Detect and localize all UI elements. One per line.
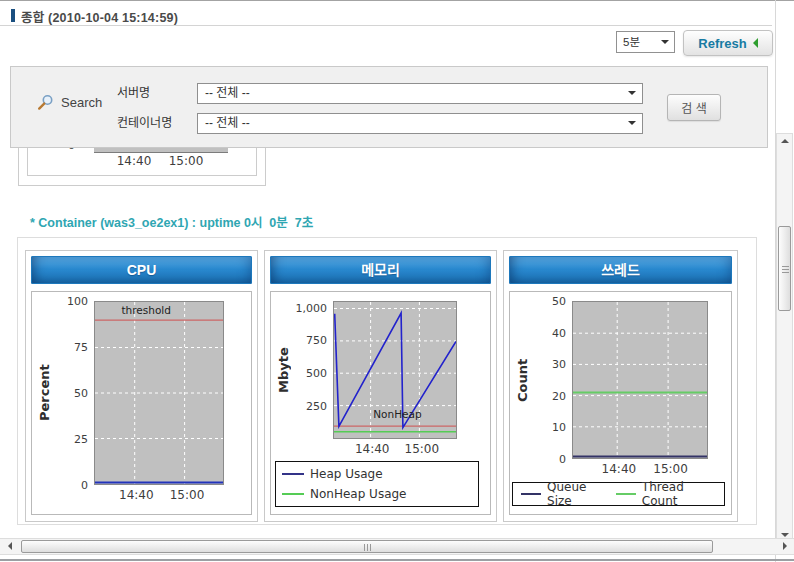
refresh-button[interactable]: Refresh	[683, 30, 773, 56]
y-tick-label: 30	[552, 358, 566, 371]
x-axis-ticks: 14:4015:00	[96, 485, 226, 503]
legend-line-swatch	[282, 493, 304, 495]
y-tick-label: 75	[74, 341, 88, 354]
memory-chart-legend: Heap UsageNonHeap Usage	[275, 461, 479, 507]
thread-plot-area	[572, 301, 708, 459]
vertical-scrollbar[interactable]	[776, 133, 793, 543]
container-uptime-text: * Container (was3_oe2ex1) : uptime 0시 0분…	[30, 212, 313, 231]
cpu-chart: Percent 1007550250 threshold 14:4015:00	[31, 291, 252, 515]
arrow-right-icon	[783, 542, 787, 550]
page-top-border	[0, 0, 794, 1]
y-tick-label: 50	[552, 295, 566, 308]
legend-label: Thread Count	[642, 480, 716, 508]
refresh-button-label: Refresh	[698, 36, 746, 51]
x-axis-ticks: 14:4015:00	[335, 439, 459, 457]
interval-select[interactable]: 5분	[616, 31, 675, 53]
thumb-grip	[367, 544, 368, 551]
y-tick-label: 25	[74, 433, 88, 446]
arrow-up-icon	[781, 139, 789, 143]
y-tick-label: 10	[552, 421, 566, 434]
x-tick-label: 14:40	[117, 154, 152, 168]
chevron-down-icon	[628, 121, 636, 129]
page-bottom-border	[0, 559, 794, 561]
chevron-down-icon	[661, 40, 669, 48]
horizontal-scrollbar[interactable]	[0, 538, 794, 555]
y-tick-label: 1,000	[296, 301, 328, 314]
thumb-grip	[782, 269, 789, 270]
y-tick-label: 0	[81, 479, 88, 492]
search-caption: Search	[37, 94, 102, 111]
y-tick-label: 750	[306, 334, 327, 347]
vertical-scrollbar-thumb[interactable]	[778, 226, 791, 311]
y-axis-ticks: 1,000750500250	[293, 301, 333, 439]
memory-plot-area: NonHeap	[333, 301, 457, 439]
y-axis-label: Mbyte	[273, 301, 293, 439]
legend-line-swatch	[521, 493, 541, 495]
x-tick-label: 14:40	[119, 488, 154, 502]
memory-panel-header: 메모리	[270, 256, 491, 284]
x-tick-label: 14:40	[355, 442, 390, 456]
container-name-select[interactable]: -- 전체 --	[197, 113, 643, 134]
y-axis-ticks: 1007550250	[54, 301, 94, 485]
search-panel: Search 서버명 -- 전체 -- 컨테이너명 -- 전체 -- 검 색	[10, 66, 768, 148]
x-tick-label: 14:40	[602, 462, 637, 476]
legend-label: Heap Usage	[310, 467, 383, 481]
horizontal-scrollbar-thumb[interactable]	[21, 540, 713, 553]
y-tick-label: 0	[559, 453, 566, 466]
memory-chart: Mbyte 1,000750500250 NonHeap 14:4015:00 …	[270, 291, 491, 515]
legend-line-swatch	[282, 473, 304, 475]
x-axis-ticks: 14:4015:00	[574, 459, 710, 477]
x-tick-label: 15:00	[405, 442, 440, 456]
x-tick-label: 15:00	[170, 488, 205, 502]
server-name-select-value: -- 전체 --	[205, 86, 250, 100]
container-name-select-value: -- 전체 --	[205, 116, 250, 130]
arrow-left-icon	[8, 542, 12, 550]
cpu-panel-header: CPU	[31, 256, 252, 284]
server-name-label: 서버명	[117, 83, 197, 104]
y-tick-label: 500	[306, 367, 327, 380]
y-tick-label: 250	[306, 400, 327, 413]
interval-select-value: 5분	[623, 36, 640, 48]
thread-panel: 쓰레드 Count 50403020100 14:4015:00 Queue S…	[503, 250, 738, 522]
scroll-up-button[interactable]	[777, 134, 792, 148]
y-tick-label: 20	[552, 389, 566, 402]
x-tick-label: 15:00	[653, 462, 688, 476]
thread-panel-header: 쓰레드	[509, 256, 732, 284]
thread-chart: Count 50403020100 14:4015:00 Queue SizeT…	[509, 291, 732, 515]
search-icon	[37, 94, 54, 111]
chevron-down-icon	[628, 91, 636, 99]
y-tick-label: 100	[67, 295, 88, 308]
legend-item: Heap Usage	[282, 464, 472, 484]
memory-panel: 메모리 Mbyte 1,000750500250 NonHeap 14:4015…	[264, 250, 497, 522]
legend-item: Queue Size	[521, 480, 609, 508]
legend-label: NonHeap Usage	[310, 487, 407, 501]
y-tick-label: 40	[552, 326, 566, 339]
page-title: 종합 (2010-10-04 15:14:59)	[21, 7, 178, 26]
scroll-right-button[interactable]	[777, 539, 792, 553]
thread-chart-legend: Queue SizeThread Count	[512, 482, 725, 506]
legend-label: Queue Size	[547, 480, 609, 508]
chart-annotation: threshold	[121, 304, 170, 316]
title-divider	[0, 25, 772, 26]
refresh-arrow-icon	[753, 38, 758, 48]
legend-item: NonHeap Usage	[282, 484, 472, 504]
y-axis-label: Percent	[34, 301, 54, 485]
cpu-panel: CPU Percent 1007550250 threshold 14:4015…	[25, 250, 258, 522]
y-axis-ticks: 50403020100	[532, 301, 572, 459]
chart-annotation: NonHeap	[373, 408, 422, 420]
arrow-down-icon	[781, 533, 789, 537]
legend-line-swatch	[616, 493, 636, 495]
search-submit-button[interactable]: 검 색	[667, 94, 721, 121]
y-axis-label: Count	[512, 301, 532, 459]
search-caption-label: Search	[61, 95, 102, 110]
scroll-left-button[interactable]	[2, 539, 17, 553]
container-name-label: 컨테이너명	[117, 113, 197, 134]
legend-item: Thread Count	[616, 480, 716, 508]
y-tick-label: 50	[74, 387, 88, 400]
server-name-select[interactable]: -- 전체 --	[197, 83, 643, 104]
cpu-plot-area: threshold	[94, 301, 224, 485]
x-tick-label: 15:00	[169, 154, 204, 168]
title-marker-bar	[11, 9, 15, 22]
